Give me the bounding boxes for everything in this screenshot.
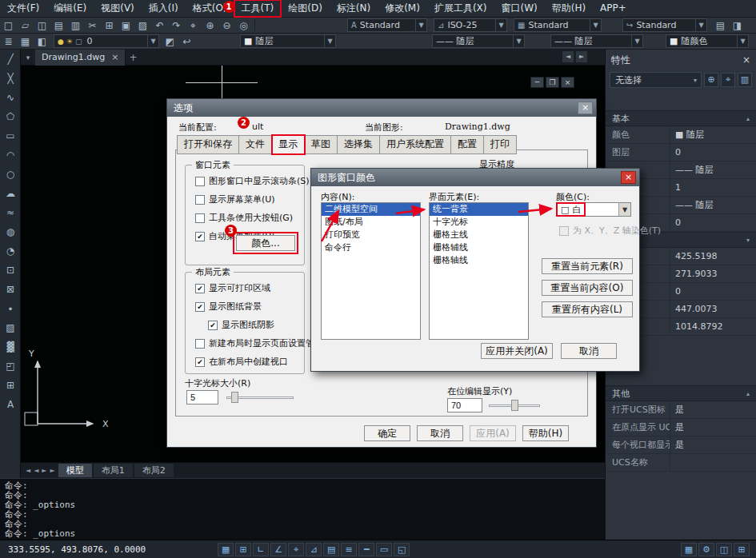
color-dropdown[interactable]: □ 白 ▼: [556, 202, 631, 217]
minimize-icon[interactable]: ─: [530, 77, 544, 88]
menu-item[interactable]: 帮助(H): [545, 0, 593, 17]
plotstyle-combo[interactable]: ■ 随颜色 ▼: [666, 34, 749, 48]
annotation-scale-icon[interactable]: ▦: [681, 543, 697, 556]
ok-button[interactable]: 确定: [364, 425, 410, 441]
osnap-toggle[interactable]: ⌖: [288, 543, 304, 556]
paste-icon[interactable]: ▣: [118, 18, 134, 33]
linetype-combo[interactable]: —— 随层 ▼: [432, 34, 525, 48]
properties-panel-icon[interactable]: ▤: [712, 18, 729, 33]
scroll-right-icon[interactable]: ►: [576, 51, 587, 62]
options-tab[interactable]: 用户系统配置: [380, 135, 451, 154]
gradient-icon[interactable]: ▓: [0, 337, 21, 357]
menu-item[interactable]: 视图(V): [94, 0, 142, 17]
construction-line-icon[interactable]: ╳: [0, 69, 21, 88]
menu-item[interactable]: 文件(F): [0, 0, 46, 17]
apply-and-close-button[interactable]: 应用并关闭(A): [481, 343, 553, 359]
dim-style-combo[interactable]: ⊿ ISO-25 ▼: [434, 18, 507, 32]
undo-icon[interactable]: ↶: [151, 18, 168, 33]
workspace-icon[interactable]: ⚙: [698, 543, 714, 556]
lineweight-toggle[interactable]: ━: [358, 543, 374, 556]
menu-item[interactable]: 修改(M): [378, 0, 427, 17]
lock-icon[interactable]: ◫: [716, 543, 732, 556]
table-icon[interactable]: ⊞: [0, 376, 21, 395]
layout-nav-icon[interactable]: ►: [48, 467, 56, 474]
layer-combo[interactable]: ●☀▢ 0 ▼: [54, 34, 159, 48]
menu-item[interactable]: 标注(N): [330, 0, 378, 17]
property-row[interactable]: 在原点显示 UCS ... 是: [606, 419, 756, 436]
list-item[interactable]: 二维模型空间: [322, 203, 420, 216]
menu-item[interactable]: 扩展工具(X): [427, 0, 494, 17]
text-style-combo[interactable]: A Standard ▼: [347, 18, 427, 32]
list-item[interactable]: 命令行: [322, 241, 420, 254]
layout-tab[interactable]: 布局2: [134, 464, 174, 477]
restore-icon[interactable]: ❐: [546, 77, 559, 88]
menu-item[interactable]: 插入(I): [142, 0, 186, 17]
pan-icon[interactable]: ⌖: [185, 18, 202, 33]
property-row[interactable]: 图层 0: [606, 144, 756, 161]
property-row[interactable]: 每个视口都显示 U... 是: [606, 436, 756, 454]
ellipse-icon[interactable]: ◍: [0, 222, 21, 241]
region-icon[interactable]: ◰: [0, 357, 21, 376]
quick-select-icon[interactable]: ▥: [738, 73, 752, 87]
command-line[interactable]: 命令:命令:命令: _options命令:命令:命令: _options: [0, 478, 605, 540]
layout-nav-icon[interactable]: ►: [40, 467, 48, 474]
circle-icon[interactable]: ○: [0, 165, 21, 184]
options-tab[interactable]: 打开和保存: [177, 135, 239, 154]
list-item[interactable]: 栅格轴线: [430, 254, 528, 267]
rectangle-icon[interactable]: ▭: [0, 126, 21, 145]
quick-properties-toggle[interactable]: ▭: [376, 543, 392, 556]
spline-icon[interactable]: ≈: [0, 203, 21, 222]
list-item[interactable]: 统一背景: [430, 203, 528, 216]
property-row[interactable]: UCS名称: [606, 454, 756, 472]
list-item[interactable]: 打印预览: [322, 229, 420, 241]
fullscreen-icon[interactable]: ⊞: [734, 543, 750, 556]
new-tab-icon[interactable]: +: [126, 52, 140, 63]
redo-icon[interactable]: ↷: [168, 18, 185, 33]
plot-preview-icon[interactable]: ▥: [67, 18, 84, 33]
slider-thumb[interactable]: [511, 400, 518, 411]
close-icon[interactable]: ×: [561, 77, 574, 88]
save-icon[interactable]: ◫: [34, 18, 50, 33]
mleader-style-combo[interactable]: ↪ Standard ▼: [622, 18, 707, 32]
options-tab[interactable]: 选择集: [338, 135, 380, 154]
table-style-combo[interactable]: ▦ Standard ▼: [514, 18, 602, 32]
layout-tab[interactable]: 模型: [58, 464, 92, 477]
tint-xyz-checkbox[interactable]: 为 X、Y、Z 轴染色(T): [553, 221, 661, 240]
menu-item[interactable]: 编辑(E): [46, 0, 94, 17]
selection-combo[interactable]: 无选择 ▾: [610, 72, 702, 88]
crosshair-size-input[interactable]: [186, 390, 218, 405]
close-icon[interactable]: ×: [621, 171, 636, 184]
menu-item[interactable]: 窗口(W): [494, 0, 544, 17]
polyline-icon[interactable]: ∿: [0, 88, 21, 107]
toggle-pickadd-icon[interactable]: ⊕: [704, 73, 718, 87]
options-tab[interactable]: 草图: [305, 135, 338, 154]
lineweight-combo[interactable]: —— 随层 ▼: [550, 34, 643, 48]
layer-properties-icon[interactable]: ≣: [0, 34, 17, 49]
zoom-in-icon[interactable]: ⊕: [202, 18, 218, 33]
point-icon[interactable]: ∙: [0, 299, 21, 318]
orbit-icon[interactable]: ◎: [235, 18, 252, 33]
menu-item[interactable]: APP+: [593, 0, 634, 17]
colors-button[interactable]: 颜色...: [236, 235, 295, 251]
layer-previous-icon[interactable]: ↩: [178, 34, 195, 49]
make-current-layer-icon[interactable]: ◩: [162, 34, 178, 49]
options-tab[interactable]: 配置: [451, 135, 484, 154]
close-icon[interactable]: ×: [578, 102, 593, 114]
inplace-edit-input[interactable]: [447, 398, 482, 413]
hatch-icon[interactable]: ▨: [0, 318, 21, 337]
ellipse-arc-icon[interactable]: ◔: [0, 241, 21, 261]
slider-thumb[interactable]: [231, 392, 238, 403]
arc-icon[interactable]: ◠: [0, 145, 21, 165]
close-tab-icon[interactable]: ×: [111, 52, 118, 62]
crosshair-size-slider[interactable]: [226, 390, 294, 405]
plot-icon[interactable]: ▤: [50, 18, 67, 33]
otrack-toggle[interactable]: ⊿: [306, 543, 322, 556]
model-space-toggle[interactable]: ◱: [394, 543, 410, 556]
list-item[interactable]: 栅格辅线: [430, 241, 528, 254]
layout-nav-icon[interactable]: ◄: [32, 467, 40, 474]
reset-button[interactable]: 重置所有内容(L): [542, 301, 633, 317]
dyn-toggle[interactable]: ≡: [341, 543, 357, 556]
mtext-icon[interactable]: A: [0, 395, 21, 414]
section-header-other[interactable]: 其他 ▴: [606, 385, 756, 401]
layer-states-icon[interactable]: ▦: [17, 34, 34, 49]
